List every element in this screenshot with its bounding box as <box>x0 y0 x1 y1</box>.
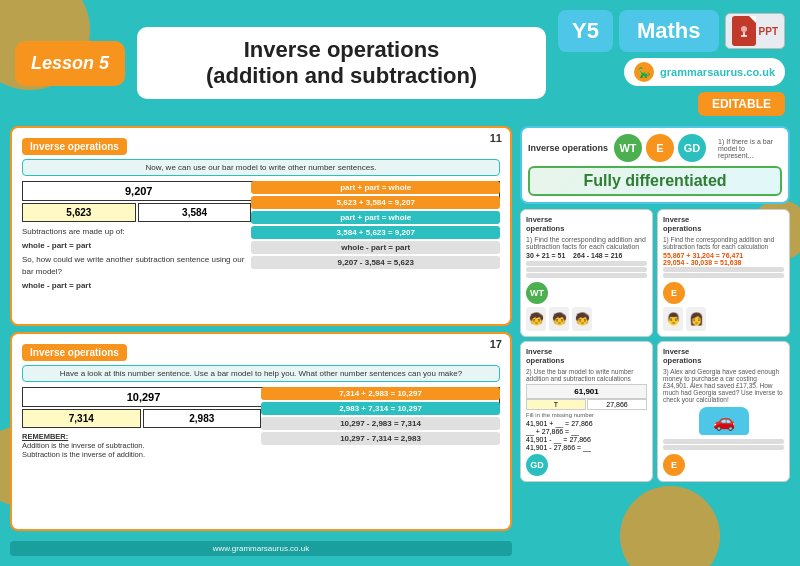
right-badges: Y5 Maths PPT <box>558 10 785 116</box>
ws-e2-line-2 <box>663 445 784 450</box>
ws-e1-line-2 <box>663 273 784 278</box>
ws-e2-tag: E <box>663 454 685 476</box>
ws-wt-eq: 30 + 21 = 51 264 - 148 = 216 <box>526 252 647 259</box>
ws-gd-b-left: T <box>526 399 586 410</box>
ws-gd-bar-bottom: T 27,866 <box>526 399 647 410</box>
ws-gd-eq1: 41,901 + __ = 27,866 <box>526 420 647 427</box>
slide-2-number: 17 <box>490 338 502 350</box>
ws-card-wt: Inverseoperations 1) Find the correspond… <box>520 209 653 337</box>
car-illustration: 🚗 <box>699 407 749 435</box>
ws-row-1: Inverseoperations 1) Find the correspond… <box>520 209 790 337</box>
grammarsaurus-badge[interactable]: 🦕 grammarsaurus.co.uk <box>624 58 785 86</box>
ws-gd-instruction: 2) Use the bar model to write number add… <box>526 368 647 382</box>
bar-left-2: 7,314 <box>22 409 141 428</box>
ws-top-text: 1) If there is a bar model to represent.… <box>712 138 782 159</box>
main-wrapper: Lesson 5 Inverse operations (addition an… <box>10 10 790 556</box>
bar-right-1: 3,584 <box>138 203 252 222</box>
slide-1-title: Inverse operations <box>22 138 127 155</box>
car-icon: 🚗 <box>713 410 735 432</box>
ppt-icon <box>732 16 756 46</box>
ws-gd-b-right: 27,866 <box>587 399 647 410</box>
ws-e1-eq2: 29,054 - 30,038 = 51,638 <box>663 259 784 266</box>
figure-3: 🧒 <box>572 307 592 331</box>
ppt-badge: PPT <box>725 13 785 49</box>
ws-gd-eq3: 41,901 - __ = 27,866 <box>526 436 647 443</box>
diff-badge-e: E <box>646 134 674 162</box>
worksheet-top-card: Inverse operations WT E GD 1) If there i… <box>520 126 790 204</box>
ws-gd-eq4: 41,901 - 27,866 = __ <box>526 444 647 451</box>
ws-gd-bar-top: 61,901 <box>526 384 647 399</box>
subject-badge: Maths <box>619 10 719 52</box>
content-area: Inverse operations 11 Now, we can use ou… <box>10 126 790 556</box>
ppt-label: PPT <box>759 26 778 37</box>
eq-6: 9,207 - 3,584 = 5,623 <box>251 256 500 269</box>
fully-diff-banner: Fully differentiated <box>528 166 782 196</box>
editable-badge: EDITABLE <box>698 92 785 116</box>
bar-bottom-1: 5,623 3,584 <box>22 203 251 222</box>
diff-header: Inverse operations WT E GD 1) If there i… <box>528 134 782 162</box>
ws-label-e2: Inverseoperations <box>663 347 784 365</box>
slide-2-instruction: Have a look at this number sentence. Use… <box>22 365 500 382</box>
ws-wt-line-3 <box>526 273 647 278</box>
lesson-badge: Lesson 5 <box>15 41 125 86</box>
ppt-container: PPT <box>725 13 785 49</box>
worksheets-area: Inverse operations WT E GD 1) If there i… <box>520 126 790 556</box>
figure-2: 🧒 <box>549 307 569 331</box>
slide2-eq-4: 10,297 - 7,314 = 2,983 <box>261 432 500 445</box>
diff-badges: WT E GD <box>614 134 706 162</box>
ws-e1-line-1 <box>663 267 784 272</box>
ws-gd-tag: GD <box>526 454 548 476</box>
ws-wt-line-1 <box>526 261 647 266</box>
grammarsaurus-url: grammarsaurus.co.uk <box>660 66 775 78</box>
eq-3: part + part = whole <box>251 211 500 224</box>
slide-1: Inverse operations 11 Now, we can use ou… <box>10 126 512 326</box>
ws-e2-line-1 <box>663 439 784 444</box>
ws-wt-instruction: 1) Find the corresponding addition and s… <box>526 236 647 250</box>
ws-e1-instruction: 1) Find the corresponding addition and s… <box>663 236 784 250</box>
slides-area: Inverse operations 11 Now, we can use ou… <box>10 126 512 556</box>
slide-1-text4: whole - part = part <box>22 280 500 291</box>
year-badge: Y5 <box>558 10 613 52</box>
slide-2: Inverse operations 17 Have a look at thi… <box>10 332 512 532</box>
ws-e1-tag: E <box>663 282 685 304</box>
ws-card-e2: Inverseoperations 3) Alex and Georgia ha… <box>657 341 790 482</box>
page-title: Inverse operations (addition and subtrac… <box>153 37 530 90</box>
eq-1: part + part = whole <box>251 181 500 194</box>
slide2-eq-3: 10,297 - 2,983 = 7,314 <box>261 417 500 430</box>
top-badges-row: Y5 Maths PPT <box>558 10 785 52</box>
slide-1-equations: part + part = whole 5,623 + 3,584 = 9,20… <box>251 181 500 269</box>
bar-right-2: 2,983 <box>143 409 262 428</box>
bar-left-1: 5,623 <box>22 203 136 222</box>
ws-top-label: Inverse operations <box>528 143 608 153</box>
title-block: Inverse operations (addition and subtrac… <box>137 27 546 100</box>
ws-e1-eq1: 55,867 + 31,204 = 76,471 <box>663 252 784 259</box>
ws-gd-eq2: __ + 27,866 = __ <box>526 428 647 435</box>
ws-row-2: Inverseoperations 2) Use the bar model t… <box>520 341 790 482</box>
slide2-eq-2: 2,983 + 7,314 = 10,297 <box>261 402 500 415</box>
header: Lesson 5 Inverse operations (addition an… <box>10 10 790 116</box>
ws-wt-tag: WT <box>526 282 548 304</box>
slide-1-instruction: Now, we can use our bar model to write o… <box>22 159 500 176</box>
slide-2-title: Inverse operations <box>22 344 127 361</box>
bottom-bar: www.grammarsaurus.co.uk <box>10 541 512 556</box>
slide-2-equations: 7,314 + 2,983 = 10,297 2,983 + 7,314 = 1… <box>261 387 500 445</box>
ws-card-gd: Inverseoperations 2) Use the bar model t… <box>520 341 653 482</box>
ws-wt-line-2 <box>526 267 647 272</box>
figure-e1-2: 👩 <box>686 307 706 331</box>
presentation-icon <box>737 24 751 38</box>
ws-label-wt: Inverseoperations <box>526 215 647 233</box>
figure-1: 🧒 <box>526 307 546 331</box>
ws-e1-figures: 👨 👩 <box>663 307 784 331</box>
diff-badge-gd: GD <box>678 134 706 162</box>
diff-badge-wt: WT <box>614 134 642 162</box>
slide2-eq-1: 7,314 + 2,983 = 10,297 <box>261 387 500 400</box>
bar-bottom-2: 7,314 2,983 <box>22 409 261 428</box>
ws-e2-text: 3) Alex and Georgia have saved enough mo… <box>663 368 784 403</box>
figure-e1-1: 👨 <box>663 307 683 331</box>
ws-label-e1: Inverseoperations <box>663 215 784 233</box>
svg-point-0 <box>741 26 747 32</box>
eq-2: 5,623 + 3,584 = 9,207 <box>251 196 500 209</box>
ws-label-gd: Inverseoperations <box>526 347 647 365</box>
worksheets-grid: Inverseoperations 1) Find the correspond… <box>520 209 790 482</box>
eq-4: 3,584 + 5,623 = 9,207 <box>251 226 500 239</box>
